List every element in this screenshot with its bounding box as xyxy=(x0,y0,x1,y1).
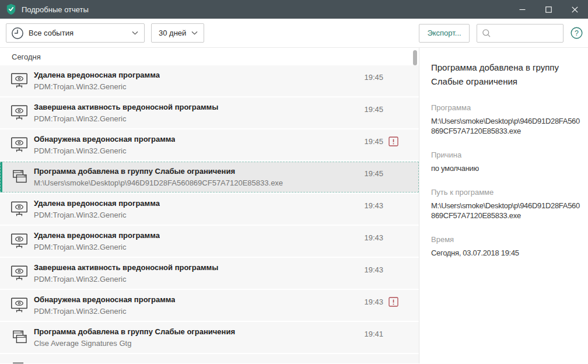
detail-title: Программа добавлена в группу Слабые огра… xyxy=(431,61,580,89)
event-row[interactable]: Удалена вредоносная программа PDM:Trojan… xyxy=(0,194,419,225)
event-row[interactable]: Программа добавлена в группу Слабые огра… xyxy=(0,322,419,353)
minimize-button[interactable] xyxy=(509,0,536,19)
clock-icon xyxy=(11,27,24,40)
application-group-windows-icon xyxy=(10,362,28,363)
close-button[interactable] xyxy=(562,0,588,19)
event-text: Удалена вредоносная программа PDM:Trojan… xyxy=(34,231,160,252)
application-group-windows-icon xyxy=(10,330,28,345)
detail-field-value: M:\Users\smoke\Desktop\p\946D91D28FA5608… xyxy=(431,116,580,136)
event-row[interactable]: Программа добавлена в группу Слабые огра… xyxy=(0,162,419,192)
export-button[interactable]: Экспорт... xyxy=(419,24,470,43)
detail-field-label: Время xyxy=(431,235,580,244)
search-icon xyxy=(482,29,491,38)
detail-field-value: Сегодня, 03.07.2018 19:45 xyxy=(431,248,580,258)
event-title: Завершена активность вредоносной програм… xyxy=(34,103,218,112)
event-row[interactable]: Обнаружена вредоносная программа PDM:Tro… xyxy=(0,290,419,321)
system-watcher-monitor-eye-icon xyxy=(10,298,28,313)
detailed-reports-window: Подробные отчеты Все события xyxy=(0,0,588,364)
event-time: 19:45 xyxy=(364,137,383,146)
events-filter-value: Все события xyxy=(29,29,74,37)
event-title: Программа добавлена в группу Слабые огра… xyxy=(34,167,283,176)
search-input[interactable] xyxy=(491,24,563,42)
scrollbar-thumb[interactable] xyxy=(413,50,417,65)
event-text: Удалена вредоносная программа PDM:Trojan… xyxy=(34,71,160,92)
chevron-down-icon xyxy=(132,31,138,35)
events-filter-dropdown[interactable]: Все события xyxy=(6,23,145,43)
event-list: Удалена вредоносная программа PDM:Trojan… xyxy=(0,65,419,363)
event-title: Удалена вредоносная программа xyxy=(34,231,160,240)
event-subtitle: PDM:Trojan.Win32.Generic xyxy=(34,82,160,92)
system-watcher-monitor-eye-icon xyxy=(10,233,28,249)
window-title: Подробные отчеты xyxy=(22,5,89,14)
svg-text:?: ? xyxy=(575,29,579,37)
event-subtitle: Clse Average Signatures Gtg xyxy=(34,339,235,348)
event-row[interactable]: Программа добавлена в группу Доверенные … xyxy=(0,354,419,363)
event-time: 19:43 xyxy=(364,201,383,210)
event-row[interactable]: Удалена вредоносная программа PDM:Trojan… xyxy=(0,226,419,257)
event-subtitle: PDM:Trojan.Win32.Generic xyxy=(34,275,218,284)
event-subtitle: PDM:Trojan.Win32.Generic xyxy=(34,114,218,124)
attention-icon xyxy=(388,136,398,146)
detail-field-label: Путь к программе xyxy=(431,188,580,197)
help-icon[interactable]: ? xyxy=(570,27,583,39)
event-row[interactable]: Завершена активность вредоносной програм… xyxy=(0,258,419,289)
event-row[interactable]: Удалена вредоносная программа PDM:Trojan… xyxy=(0,65,419,96)
event-title: Обнаружена вредоносная программа xyxy=(34,135,175,144)
search-box[interactable] xyxy=(477,24,564,43)
kaspersky-shield-check-icon xyxy=(6,4,16,15)
chevron-down-icon xyxy=(191,31,198,35)
event-time: 19:45 xyxy=(364,169,383,178)
system-watcher-monitor-eye-icon xyxy=(10,73,28,89)
event-title: Обнаружена вредоносная программа xyxy=(34,295,175,304)
event-list-panel: Сегодня xyxy=(0,48,419,363)
event-title: Удалена вредоносная программа xyxy=(34,199,160,208)
toolbar: Все события 30 дней Экспорт... ? xyxy=(0,19,588,48)
event-time: 19:45 xyxy=(364,105,383,114)
event-row[interactable]: Обнаружена вредоносная программа PDM:Tro… xyxy=(0,130,419,160)
event-subtitle: PDM:Trojan.Win32.Generic xyxy=(34,211,160,220)
detail-field-label: Программа xyxy=(431,103,580,113)
event-time: 19:43 xyxy=(364,298,383,306)
event-time: 19:43 xyxy=(364,233,383,242)
system-watcher-monitor-eye-icon xyxy=(10,201,28,217)
event-text: Обнаружена вредоносная программа PDM:Tro… xyxy=(34,135,175,156)
detail-field: Причина по умолчанию xyxy=(431,150,580,173)
detail-field: Путь к программе M:\Users\smoke\Desktop\… xyxy=(431,188,580,220)
event-time: 19:40 xyxy=(364,362,383,363)
attention-icon xyxy=(388,297,398,307)
system-watcher-monitor-eye-icon xyxy=(10,137,28,153)
system-watcher-monitor-eye-icon xyxy=(10,265,28,281)
event-time: 19:43 xyxy=(364,265,383,274)
event-title: Удалена вредоносная программа xyxy=(34,71,160,80)
titlebar: Подробные отчеты xyxy=(0,0,588,19)
event-subtitle: M:\Users\smoke\Desktop\p\946D91D28FA5608… xyxy=(34,178,283,188)
event-text: Удалена вредоносная программа PDM:Trojan… xyxy=(34,199,160,220)
event-title: Завершена активность вредоносной програм… xyxy=(34,263,218,272)
detail-panel: Программа добавлена в группу Слабые огра… xyxy=(419,48,588,363)
event-subtitle: PDM:Trojan.Win32.Generic xyxy=(34,243,160,252)
main-content: Сегодня xyxy=(0,48,588,363)
event-text: Завершена активность вредоносной програм… xyxy=(34,103,218,124)
window-controls xyxy=(509,0,588,19)
event-text: Программа добавлена в группу Слабые огра… xyxy=(34,327,235,348)
detail-field-value: по умолчанию xyxy=(431,163,580,173)
maximize-button[interactable] xyxy=(536,0,562,19)
system-watcher-monitor-eye-icon xyxy=(10,105,28,121)
event-row[interactable]: Завершена активность вредоносной програм… xyxy=(0,97,419,128)
event-text: Завершена активность вредоносной програм… xyxy=(34,263,218,284)
period-filter-dropdown[interactable]: 30 дней xyxy=(151,23,204,43)
event-time: 19:41 xyxy=(364,330,383,338)
detail-fields: Программа M:\Users\smoke\Desktop\p\946D9… xyxy=(431,103,580,258)
detail-field: Время Сегодня, 03.07.2018 19:45 xyxy=(431,235,580,258)
event-subtitle: PDM:Trojan.Win32.Generic xyxy=(34,307,175,316)
event-title: Программа добавлена в группу Слабые огра… xyxy=(34,327,235,337)
detail-field: Программа M:\Users\smoke\Desktop\p\946D9… xyxy=(431,103,580,136)
event-text: Обнаружена вредоносная программа PDM:Tro… xyxy=(34,295,175,316)
date-group-header: Сегодня xyxy=(0,48,419,65)
event-subtitle: PDM:Trojan.Win32.Generic xyxy=(34,146,175,156)
event-time: 19:45 xyxy=(364,73,383,82)
period-filter-value: 30 дней xyxy=(159,29,186,37)
detail-field-label: Причина xyxy=(431,150,580,160)
detail-field-value: M:\Users\smoke\Desktop\p\946D91D28FA5608… xyxy=(431,201,580,220)
event-text: Программа добавлена в группу Слабые огра… xyxy=(34,167,283,188)
